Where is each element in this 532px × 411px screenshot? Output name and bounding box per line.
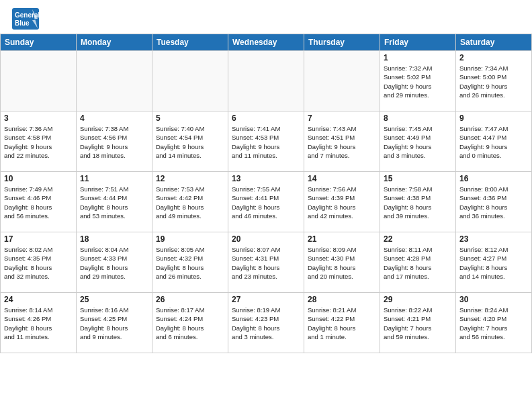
- weekday-header-thursday: Thursday: [304, 34, 380, 51]
- calendar-cell: 3Sunrise: 7:36 AMSunset: 4:58 PMDaylight…: [1, 111, 77, 172]
- day-number: 5: [156, 113, 224, 123]
- weekday-header-friday: Friday: [380, 34, 456, 51]
- calendar-cell: 20Sunrise: 8:07 AMSunset: 4:31 PMDayligh…: [228, 232, 304, 293]
- logo: General Blue: [12, 8, 40, 30]
- day-info: Sunrise: 7:47 AMSunset: 4:47 PMDaylight:…: [459, 124, 528, 160]
- calendar-week-4: 17Sunrise: 8:02 AMSunset: 4:35 PMDayligh…: [1, 232, 532, 293]
- calendar-cell: 10Sunrise: 7:49 AMSunset: 4:46 PMDayligh…: [1, 172, 77, 232]
- page-header: General Blue: [0, 0, 532, 34]
- day-number: 30: [459, 295, 528, 304]
- day-info: Sunrise: 7:56 AMSunset: 4:39 PMDaylight:…: [308, 185, 376, 220]
- day-info: Sunrise: 8:09 AMSunset: 4:30 PMDaylight:…: [308, 245, 376, 281]
- day-info: Sunrise: 8:21 AMSunset: 4:22 PMDaylight:…: [308, 306, 376, 341]
- calendar-cell: 22Sunrise: 8:11 AMSunset: 4:28 PMDayligh…: [380, 232, 456, 293]
- day-number: 23: [459, 234, 528, 244]
- calendar-cell: 21Sunrise: 8:09 AMSunset: 4:30 PMDayligh…: [304, 232, 380, 293]
- day-info: Sunrise: 7:55 AMSunset: 4:41 PMDaylight:…: [232, 185, 300, 220]
- weekday-header-row: SundayMondayTuesdayWednesdayThursdayFrid…: [1, 34, 532, 51]
- day-number: 15: [384, 174, 452, 183]
- day-info: Sunrise: 7:45 AMSunset: 4:49 PMDaylight:…: [384, 124, 452, 160]
- calendar-cell: 16Sunrise: 8:00 AMSunset: 4:36 PMDayligh…: [456, 172, 532, 232]
- calendar-cell: 1Sunrise: 7:32 AMSunset: 5:02 PMDaylight…: [380, 51, 456, 111]
- day-info: Sunrise: 7:43 AMSunset: 4:51 PMDaylight:…: [308, 124, 376, 160]
- day-number: 13: [232, 174, 300, 183]
- day-number: 29: [384, 295, 452, 304]
- calendar-cell: 12Sunrise: 7:53 AMSunset: 4:42 PMDayligh…: [152, 172, 228, 232]
- calendar-cell: 7Sunrise: 7:43 AMSunset: 4:51 PMDaylight…: [304, 111, 380, 172]
- calendar-cell: 25Sunrise: 8:16 AMSunset: 4:25 PMDayligh…: [77, 293, 152, 353]
- day-number: 22: [384, 234, 452, 244]
- day-number: 12: [156, 174, 224, 183]
- day-info: Sunrise: 7:40 AMSunset: 4:54 PMDaylight:…: [156, 124, 224, 160]
- day-info: Sunrise: 8:05 AMSunset: 4:32 PMDaylight:…: [156, 245, 224, 281]
- day-number: 8: [384, 113, 452, 123]
- calendar-cell: 27Sunrise: 8:19 AMSunset: 4:23 PMDayligh…: [228, 293, 304, 353]
- calendar-cell: [1, 51, 77, 111]
- calendar-cell: 6Sunrise: 7:41 AMSunset: 4:53 PMDaylight…: [228, 111, 304, 172]
- calendar-cell: 29Sunrise: 8:22 AMSunset: 4:21 PMDayligh…: [380, 293, 456, 353]
- day-info: Sunrise: 7:53 AMSunset: 4:42 PMDaylight:…: [156, 185, 224, 220]
- day-info: Sunrise: 7:41 AMSunset: 4:53 PMDaylight:…: [232, 124, 300, 160]
- svg-text:Blue: Blue: [15, 19, 30, 27]
- day-number: 3: [4, 113, 73, 123]
- day-number: 11: [80, 174, 148, 183]
- calendar-cell: 19Sunrise: 8:05 AMSunset: 4:32 PMDayligh…: [152, 232, 228, 293]
- calendar-cell: 30Sunrise: 8:24 AMSunset: 4:20 PMDayligh…: [456, 293, 532, 353]
- calendar-cell: 24Sunrise: 8:14 AMSunset: 4:26 PMDayligh…: [1, 293, 77, 353]
- weekday-header-monday: Monday: [77, 34, 152, 51]
- day-number: 26: [156, 295, 224, 304]
- calendar-cell: [152, 51, 228, 111]
- day-info: Sunrise: 7:32 AMSunset: 5:02 PMDaylight:…: [384, 64, 452, 99]
- calendar-week-5: 24Sunrise: 8:14 AMSunset: 4:26 PMDayligh…: [1, 293, 532, 353]
- day-number: 7: [308, 113, 376, 123]
- calendar-cell: 5Sunrise: 7:40 AMSunset: 4:54 PMDaylight…: [152, 111, 228, 172]
- day-number: 2: [459, 53, 528, 62]
- calendar-cell: 11Sunrise: 7:51 AMSunset: 4:44 PMDayligh…: [77, 172, 152, 232]
- day-number: 19: [156, 234, 224, 244]
- day-info: Sunrise: 8:24 AMSunset: 4:20 PMDaylight:…: [459, 306, 528, 341]
- day-number: 4: [80, 113, 148, 123]
- day-number: 1: [384, 53, 452, 62]
- day-info: Sunrise: 8:12 AMSunset: 4:27 PMDaylight:…: [459, 245, 528, 281]
- day-info: Sunrise: 7:38 AMSunset: 4:56 PMDaylight:…: [80, 124, 148, 160]
- day-info: Sunrise: 8:07 AMSunset: 4:31 PMDaylight:…: [232, 245, 300, 281]
- weekday-header-sunday: Sunday: [1, 34, 77, 51]
- calendar-cell: 18Sunrise: 8:04 AMSunset: 4:33 PMDayligh…: [77, 232, 152, 293]
- day-info: Sunrise: 8:22 AMSunset: 4:21 PMDaylight:…: [384, 306, 452, 341]
- calendar-cell: 2Sunrise: 7:34 AMSunset: 5:00 PMDaylight…: [456, 51, 532, 111]
- calendar-cell: 14Sunrise: 7:56 AMSunset: 4:39 PMDayligh…: [304, 172, 380, 232]
- day-info: Sunrise: 8:02 AMSunset: 4:35 PMDaylight:…: [4, 245, 73, 281]
- day-number: 14: [308, 174, 376, 183]
- day-info: Sunrise: 7:34 AMSunset: 5:00 PMDaylight:…: [459, 64, 528, 99]
- day-number: 10: [4, 174, 73, 183]
- calendar-cell: [77, 51, 152, 111]
- day-info: Sunrise: 7:49 AMSunset: 4:46 PMDaylight:…: [4, 185, 73, 220]
- calendar-cell: 28Sunrise: 8:21 AMSunset: 4:22 PMDayligh…: [304, 293, 380, 353]
- day-number: 21: [308, 234, 376, 244]
- weekday-header-wednesday: Wednesday: [228, 34, 304, 51]
- day-number: 20: [232, 234, 300, 244]
- calendar-table: SundayMondayTuesdayWednesdayThursdayFrid…: [0, 34, 532, 353]
- calendar-week-1: 1Sunrise: 7:32 AMSunset: 5:02 PMDaylight…: [1, 51, 532, 111]
- day-info: Sunrise: 7:51 AMSunset: 4:44 PMDaylight:…: [80, 185, 148, 220]
- calendar-cell: 9Sunrise: 7:47 AMSunset: 4:47 PMDaylight…: [456, 111, 532, 172]
- day-info: Sunrise: 8:19 AMSunset: 4:23 PMDaylight:…: [232, 306, 300, 341]
- day-number: 16: [459, 174, 528, 183]
- day-number: 28: [308, 295, 376, 304]
- day-info: Sunrise: 8:17 AMSunset: 4:24 PMDaylight:…: [156, 306, 224, 341]
- calendar-cell: [304, 51, 380, 111]
- calendar-cell: [228, 51, 304, 111]
- calendar-cell: 8Sunrise: 7:45 AMSunset: 4:49 PMDaylight…: [380, 111, 456, 172]
- calendar-cell: 13Sunrise: 7:55 AMSunset: 4:41 PMDayligh…: [228, 172, 304, 232]
- day-number: 24: [4, 295, 73, 304]
- calendar-week-3: 10Sunrise: 7:49 AMSunset: 4:46 PMDayligh…: [1, 172, 532, 232]
- day-number: 27: [232, 295, 300, 304]
- day-info: Sunrise: 8:00 AMSunset: 4:36 PMDaylight:…: [459, 185, 528, 220]
- day-number: 9: [459, 113, 528, 123]
- calendar-cell: 23Sunrise: 8:12 AMSunset: 4:27 PMDayligh…: [456, 232, 532, 293]
- day-number: 18: [80, 234, 148, 244]
- calendar-body: 1Sunrise: 7:32 AMSunset: 5:02 PMDaylight…: [1, 51, 532, 353]
- weekday-header-saturday: Saturday: [456, 34, 532, 51]
- calendar-cell: 4Sunrise: 7:38 AMSunset: 4:56 PMDaylight…: [77, 111, 152, 172]
- day-number: 25: [80, 295, 148, 304]
